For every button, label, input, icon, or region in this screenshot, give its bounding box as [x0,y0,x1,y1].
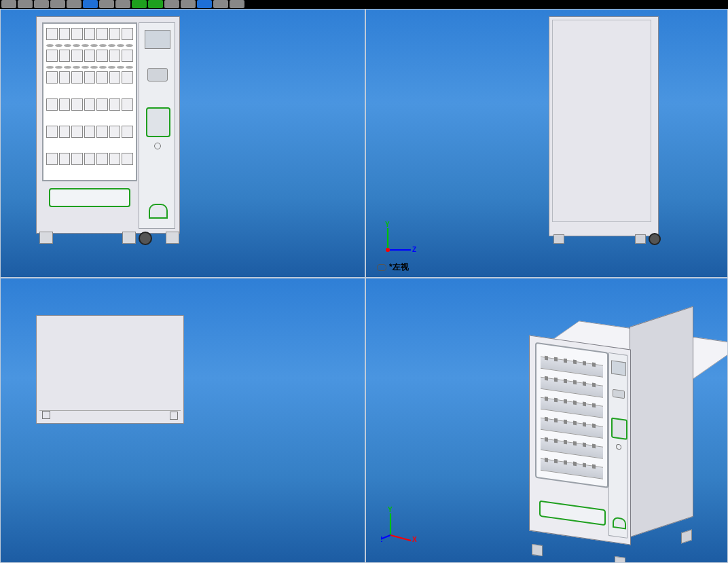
viewport-left[interactable]: Y Z *左视 [365,9,728,278]
iso-display-screen [611,360,626,376]
view-label-left[interactable]: *左视 [376,261,410,273]
toolbar-btn-6[interactable] [83,0,98,8]
product-window [42,22,137,181]
iso-shelf-6 [541,458,603,479]
iso-face-side [630,306,693,538]
toolbar-btn-12[interactable] [181,0,196,8]
svg-line-5 [381,535,390,541]
cad-toolbar [0,0,728,10]
orientation-triad: Y Z [381,219,419,257]
toolbar-btn-14[interactable] [213,0,228,8]
iso-shelf-3 [541,397,603,418]
iso-shelf-4 [541,418,603,439]
shelf-row-1 [46,28,133,40]
toolbar-btn-4[interactable] [50,0,65,8]
iso-shelf-2 [541,377,603,398]
iso-product-window [535,342,608,488]
svg-point-2 [386,248,390,252]
control-panel [139,22,175,229]
side-caster-wheel [649,233,661,245]
toolbar-btn-1[interactable] [1,0,16,8]
side-foot-back [635,234,646,244]
caster-wheel [139,232,152,245]
toolbar-btn-9[interactable] [132,0,147,8]
shelf-dots-2 [46,65,133,70]
model-front [36,16,180,234]
orientation-triad-iso: Y X Z [381,504,419,542]
toolbar-btn-15[interactable] [230,0,244,8]
iso-shelf-1 [541,357,603,378]
shelf-row-6 [46,153,133,165]
push-door [149,204,168,219]
viewport-front[interactable] [0,9,365,278]
toolbar-btn-11[interactable] [164,0,179,8]
viewport-isometric[interactable]: Y X Z [365,278,728,563]
foot-right [166,232,179,244]
toolbar-btn-3[interactable] [34,0,49,8]
lock-icon [154,143,161,149]
bill-acceptor [146,107,170,137]
foot-mid [122,232,136,244]
viewport-top[interactable] [0,278,365,563]
toolbar-btn-2[interactable] [18,0,33,8]
view-name: *左视 [389,261,409,273]
axis-y-label: Y [388,506,393,513]
toolbar-btn-7[interactable] [99,0,114,8]
foot-left [39,232,53,244]
iso-foot-1 [532,544,543,556]
toolbar-btn-5[interactable] [67,0,81,8]
axis-x-label: X [412,536,417,542]
iso-push-door [613,517,626,530]
coin-slot-icon [147,68,168,81]
shelf-dots-1 [46,43,133,48]
toolbar-btn-8[interactable] [115,0,130,8]
iso-face-front [529,335,631,545]
toolbar-btn-10[interactable] [148,0,163,8]
axis-z-label: Z [381,536,382,542]
shelf-row-3 [46,71,133,84]
iso-bill-acceptor [611,417,627,439]
iso-foot-2 [615,556,625,563]
iso-foot-3 [681,529,692,543]
axis-y-label: Y [385,221,390,228]
shelf-row-4 [46,98,133,111]
svg-line-4 [390,535,411,541]
axis-z-label: Z [412,246,416,253]
iso-coin-slot [613,389,625,399]
dispense-door [49,188,130,207]
iso-lock-icon [616,443,621,450]
top-edge-tab [170,412,178,420]
shelf-row-2 [46,50,133,62]
iso-control-panel [608,352,627,539]
display-screen [145,30,170,49]
model-side [549,16,659,236]
viewport-grid: Y Z *左视 [0,9,728,563]
shelf-row-5 [46,126,133,138]
toolbar-btn-13[interactable] [197,0,212,8]
iso-shelf-5 [541,438,603,459]
model-top [36,315,184,424]
model-isometric [520,292,723,550]
link-view-icon [377,264,386,271]
side-foot-front [553,234,564,244]
iso-dispense-door [539,501,606,526]
